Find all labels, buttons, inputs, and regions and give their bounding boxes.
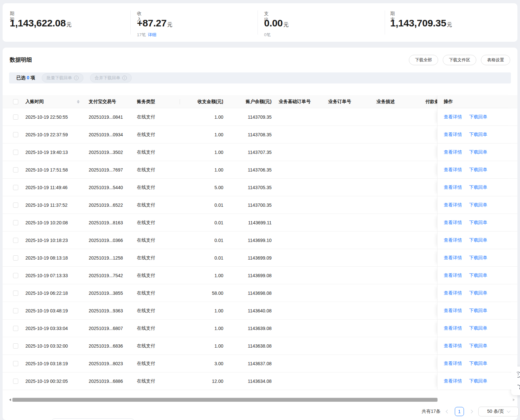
- cell-actions: 查看详情下载回单: [437, 267, 517, 284]
- batch-download-receipt-button[interactable]: 批量下载回单i: [42, 73, 83, 82]
- cell-entry-time: 2025-10-19 03:18:19: [25, 361, 89, 366]
- download-receipt-link[interactable]: 下载回单: [469, 149, 487, 155]
- row-checkbox[interactable]: [13, 379, 18, 384]
- download-receipt-link[interactable]: 下载回单: [469, 185, 487, 190]
- row-checkbox[interactable]: [13, 238, 18, 243]
- view-detail-link[interactable]: 查看详情: [444, 255, 462, 261]
- cell-account-type: 在线支付: [137, 132, 180, 138]
- next-page-icon[interactable]: [469, 410, 473, 413]
- view-detail-link[interactable]: 查看详情: [444, 132, 462, 138]
- row-checkbox[interactable]: [13, 202, 18, 208]
- download-all-button[interactable]: 下载全部: [409, 55, 438, 65]
- view-detail-link[interactable]: 查看详情: [444, 343, 462, 349]
- download-receipt-link[interactable]: 下载回单: [469, 167, 487, 173]
- page-size-select[interactable]: 50 条/页: [478, 407, 519, 416]
- download-receipt-link[interactable]: 下载回单: [469, 325, 487, 331]
- row-checkbox[interactable]: [13, 291, 18, 296]
- cell-account-type: 在线支付: [137, 325, 180, 331]
- table-row: 2025-10-19 22:37:5920251019...0934在线支付1.…: [3, 126, 517, 143]
- expense-count: 0笔: [264, 32, 271, 37]
- row-checkbox[interactable]: [13, 150, 18, 155]
- cell-transaction-id: 20251019...5440: [89, 185, 137, 190]
- download-receipt-link[interactable]: 下载回单: [469, 343, 487, 349]
- cell-account-type: 在线支付: [137, 202, 180, 208]
- table-row: 2025-10-19 19:40:1320251019...3502在线支付1.…: [3, 143, 517, 161]
- row-checkbox[interactable]: [13, 308, 18, 313]
- row-checkbox[interactable]: [13, 343, 18, 349]
- merge-download-receipt-button[interactable]: 合并下载回单i: [90, 73, 132, 82]
- page-number-button[interactable]: 1: [455, 407, 464, 416]
- cell-amount: 1.00: [180, 132, 223, 137]
- download-receipt-link[interactable]: 下载回单: [469, 237, 487, 243]
- view-detail-link[interactable]: 查看详情: [444, 361, 462, 367]
- download-receipt-link[interactable]: 下载回单: [469, 114, 487, 120]
- cell-amount: 0.01: [180, 238, 223, 243]
- view-detail-link[interactable]: 查看详情: [444, 308, 462, 314]
- row-checkbox[interactable]: [13, 167, 18, 172]
- download-receipt-link[interactable]: 下载回单: [469, 361, 487, 367]
- cell-entry-time: 2025-10-19 11:37:52: [25, 202, 89, 208]
- income-detail-link[interactable]: 详细: [148, 32, 156, 37]
- cell-entry-time: 2025-10-19 10:18:23: [25, 238, 89, 243]
- prev-page-icon[interactable]: [446, 410, 449, 413]
- row-checkbox[interactable]: [13, 220, 18, 225]
- selection-count-text: 已选0项: [16, 75, 35, 81]
- download-receipt-link[interactable]: 下载回单: [469, 290, 487, 296]
- summary-value: 1,143,709.35: [390, 18, 446, 28]
- download-receipt-link[interactable]: 下载回单: [469, 220, 487, 226]
- view-detail-link[interactable]: 查看详情: [444, 378, 462, 384]
- cell-balance: 1143634.08: [223, 379, 272, 384]
- scroll-left-arrow-icon[interactable]: [9, 398, 11, 401]
- view-detail-link[interactable]: 查看详情: [444, 185, 462, 190]
- cell-transaction-id: 20251019...7542: [89, 273, 137, 278]
- table-row: 2025-10-19 10:18:2320251019...0366在线支付0.…: [3, 232, 517, 249]
- sort-icon[interactable]: [77, 100, 80, 103]
- header-description: 业务描述: [377, 99, 425, 105]
- download-receipt-link[interactable]: 下载回单: [469, 308, 487, 314]
- header-order: 业务订单号: [328, 99, 377, 105]
- download-receipt-link[interactable]: 下载回单: [469, 273, 487, 278]
- table-row: 2025-10-19 10:20:0820251019...8163在线支付0.…: [3, 214, 517, 232]
- row-checkbox[interactable]: [13, 185, 18, 190]
- view-detail-link[interactable]: 查看详情: [444, 114, 462, 120]
- row-checkbox[interactable]: [13, 132, 18, 137]
- download-receipt-link[interactable]: 下载回单: [469, 378, 487, 384]
- view-detail-link[interactable]: 查看详情: [444, 202, 462, 208]
- cell-balance: 1143698.08: [223, 291, 272, 296]
- transactions-table: 入账时间 支付宝交易号 账务类型 收支金额(元) 账户余额(元) 业务基础订单号…: [3, 95, 517, 390]
- row-checkbox[interactable]: [13, 326, 18, 331]
- download-receipt-link[interactable]: 下载回单: [469, 255, 487, 261]
- divider: [385, 10, 385, 35]
- scroll-right-arrow-icon[interactable]: [513, 398, 515, 401]
- cell-balance: 1143700.35: [223, 202, 272, 208]
- row-checkbox[interactable]: [13, 255, 18, 261]
- cell-entry-time: 2025-10-19 22:37:59: [25, 132, 89, 137]
- cell-actions: 查看详情下载回单: [437, 108, 517, 126]
- view-detail-link[interactable]: 查看详情: [444, 167, 462, 173]
- download-filezone-button[interactable]: 下载文件区: [443, 55, 476, 65]
- cell-account-type: 在线支付: [137, 290, 180, 296]
- view-detail-link[interactable]: 查看详情: [444, 220, 462, 226]
- table-row: 2025-10-19 11:49:4620251019...5440在线支付5.…: [3, 179, 517, 196]
- cell-amount: 1.00: [180, 308, 223, 313]
- table-row: 2025-10-19 03:48:1920251019...9363在线支付1.…: [3, 302, 517, 320]
- download-receipt-link[interactable]: 下载回单: [469, 202, 487, 208]
- table-settings-button[interactable]: 表格设置: [481, 55, 510, 65]
- download-receipt-link[interactable]: 下载回单: [469, 132, 487, 138]
- row-checkbox[interactable]: [13, 114, 18, 120]
- view-detail-link[interactable]: 查看详情: [444, 290, 462, 296]
- header-actions: 操作: [437, 95, 517, 108]
- scrollbar-thumb[interactable]: [12, 398, 438, 402]
- view-detail-link[interactable]: 查看详情: [444, 237, 462, 243]
- view-detail-link[interactable]: 查看详情: [444, 273, 462, 278]
- row-checkbox[interactable]: [13, 361, 18, 366]
- horizontal-scrollbar[interactable]: [9, 398, 515, 402]
- view-detail-link[interactable]: 查看详情: [444, 325, 462, 331]
- view-detail-link[interactable]: 查看详情: [444, 149, 462, 155]
- select-all-checkbox[interactable]: [13, 99, 18, 104]
- cell-transaction-id: 20251019...8163: [89, 220, 137, 225]
- cell-entry-time: 2025-10-19 00:32:05: [25, 379, 89, 384]
- row-checkbox[interactable]: [13, 273, 18, 278]
- cell-transaction-id: 20251019...6807: [89, 326, 137, 331]
- table-row: 2025-10-19 08:13:1820251019...1258在线支付0.…: [3, 249, 517, 267]
